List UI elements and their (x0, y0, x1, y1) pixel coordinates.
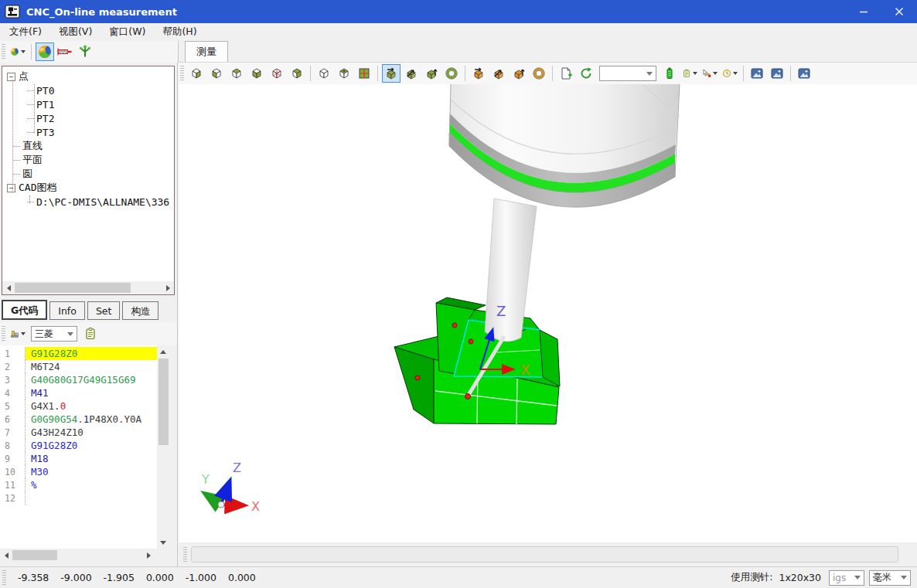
scrollbar-thumb[interactable] (15, 283, 131, 293)
tab-info[interactable]: Info (49, 301, 85, 320)
gcode-line-11[interactable]: 11% (0, 478, 157, 491)
scroll-up-icon[interactable] (157, 345, 169, 358)
post-machine-icon[interactable] (9, 325, 27, 343)
unit-combo[interactable]: 毫米 (869, 570, 911, 586)
gcode-line-4[interactable]: 4M41 (0, 386, 157, 399)
scrollbar-thumb[interactable] (12, 550, 57, 560)
3d-viewport[interactable]: Z X X Y Z (179, 84, 917, 542)
gcode-text: G4X1.0 (26, 399, 157, 413)
probe-sphere-icon[interactable] (36, 42, 54, 61)
view-iso-outline-icon[interactable] (315, 64, 333, 83)
tree-item-cadfile[interactable]: D:\PC-DMIS\ALLNAME\336 (2, 195, 174, 209)
tab-set[interactable]: Set (87, 301, 121, 320)
probe-in-use-value: 1x20x30 (779, 572, 821, 583)
rotate-part-z-icon[interactable] (510, 64, 528, 83)
gcode-line-5[interactable]: 5G4X1.0 (0, 399, 157, 413)
view-axonometric-icon[interactable] (268, 64, 286, 83)
spindle-body (449, 84, 680, 207)
collapse-icon[interactable]: − (7, 184, 15, 192)
view-front-icon[interactable] (247, 64, 266, 83)
collapse-icon[interactable]: − (7, 73, 15, 81)
tree-item-planes[interactable]: 平面 (2, 153, 174, 167)
close-button[interactable] (881, 0, 917, 23)
tree-item-cad[interactable]: −CAD图档 (2, 181, 174, 195)
rotate-part-x-icon[interactable] (469, 64, 488, 83)
probe-calibrate-icon[interactable] (56, 42, 74, 61)
scroll-left-icon[interactable] (2, 282, 15, 294)
line-number: 12 (0, 491, 26, 505)
scroll-left-icon[interactable] (0, 549, 12, 562)
scrollbar-thumb[interactable] (159, 359, 169, 445)
part-axis-z-label: Z (496, 303, 506, 319)
tab-gcode[interactable]: G代码 (2, 300, 47, 320)
tab-construct[interactable]: 构造 (122, 301, 159, 320)
view-top-icon[interactable] (227, 64, 246, 83)
tree-item-pt2[interactable]: PT2 (2, 111, 174, 125)
gcode-line-2[interactable]: 2M6T24 (0, 360, 157, 373)
tree-item-pt0[interactable]: PT0 (2, 83, 174, 97)
save-gcode-icon[interactable] (81, 325, 100, 343)
gcode-horizontal-scrollbar[interactable] (0, 549, 155, 562)
probe-in-use-label: 使用测针: (731, 571, 772, 584)
pick-color-icon[interactable] (701, 64, 719, 83)
line-number: 3 (0, 373, 26, 386)
scroll-right-icon[interactable] (162, 282, 174, 294)
gcode-line-7[interactable]: 7G43H24Z10 (0, 426, 157, 439)
file-format-combo[interactable]: igs (829, 570, 864, 586)
part-normal-ring-icon[interactable] (530, 64, 548, 83)
menu-file[interactable]: 文件(F) (2, 24, 49, 40)
view-select-combo[interactable] (599, 66, 656, 81)
probe-stylus-icon[interactable] (76, 42, 94, 61)
menu-window[interactable]: 窗口(W) (101, 24, 153, 40)
snapshot-icon[interactable] (748, 64, 766, 83)
tree-item-label: PT0 (36, 85, 54, 97)
gcode-line-8[interactable]: 8G91G28Z0 (0, 439, 157, 452)
view-bottom-icon[interactable] (288, 64, 306, 83)
scroll-down-icon[interactable] (157, 536, 169, 549)
minimize-button[interactable] (846, 0, 881, 23)
machine-combo[interactable]: 三菱 (31, 326, 77, 342)
snapshot-export-icon[interactable] (795, 64, 813, 83)
view-left-icon[interactable] (207, 64, 226, 83)
tree-horizontal-scrollbar[interactable] (2, 281, 174, 294)
line-number: 4 (0, 386, 26, 399)
rotate-part-y-icon[interactable] (489, 64, 508, 83)
tree-item-lines[interactable]: 直线 (2, 139, 174, 153)
rotate-view-x-icon[interactable] (382, 64, 401, 83)
scroll-right-icon[interactable] (142, 549, 155, 562)
view-front-cross-icon[interactable] (355, 64, 373, 83)
rotate-view-y-icon[interactable] (402, 64, 421, 83)
triad-z-label: Z (233, 461, 241, 475)
tree-item-points[interactable]: −点 (2, 70, 174, 83)
view-normal-ring-icon[interactable] (442, 64, 461, 83)
gcode-editor[interactable]: 1G91G28Z02M6T243G40G80G17G49G15G694M415G… (0, 345, 169, 549)
battery-icon[interactable] (660, 64, 679, 83)
report-icon[interactable] (680, 64, 699, 83)
view-iso-shaded-icon[interactable] (335, 64, 353, 83)
gcode-vertical-scrollbar[interactable] (157, 345, 169, 549)
gcode-line-10[interactable]: 10M30 (0, 465, 157, 478)
tab-measure[interactable]: 测量 (185, 41, 228, 62)
gcode-lines: 1G91G28Z02M6T243G40G80G17G49G15G694M415G… (0, 347, 157, 549)
menu-view[interactable]: 视图(V) (51, 24, 100, 40)
gcode-line-1[interactable]: 1G91G28Z0 (0, 347, 157, 360)
history-icon[interactable] (721, 64, 739, 83)
menu-help[interactable]: 帮助(H) (155, 24, 204, 40)
gcode-line-9[interactable]: 9M18 (0, 452, 157, 465)
tree-item-pt3[interactable]: PT3 (2, 125, 174, 139)
menu-bar: 文件(F)视图(V)窗口(W)帮助(H) (0, 23, 917, 42)
gcode-text: M18 (26, 452, 157, 465)
gcode-line-6[interactable]: 6G0G90G54.1P48X0.Y0A (0, 413, 157, 426)
feature-tree-panel: −点PT0PT1PT2PT3直线平面圆−CAD图档D:\PC-DMIS\ALLN… (2, 66, 175, 295)
probe-config-icon[interactable] (9, 42, 27, 61)
gcode-line-12[interactable]: 12 (0, 491, 157, 505)
gcode-line-3[interactable]: 3G40G80G17G49G15G69 (0, 373, 157, 386)
gcode-text: G91G28Z0 (26, 347, 157, 360)
new-view-icon[interactable] (557, 64, 575, 83)
tree-item-circles[interactable]: 圆 (2, 167, 174, 181)
refresh-view-icon[interactable] (577, 64, 595, 83)
snapshot-save-icon[interactable] (768, 64, 786, 83)
rotate-view-z-icon[interactable] (422, 64, 441, 83)
view-back-icon[interactable] (187, 64, 206, 83)
tree-item-pt1[interactable]: PT1 (2, 97, 174, 111)
